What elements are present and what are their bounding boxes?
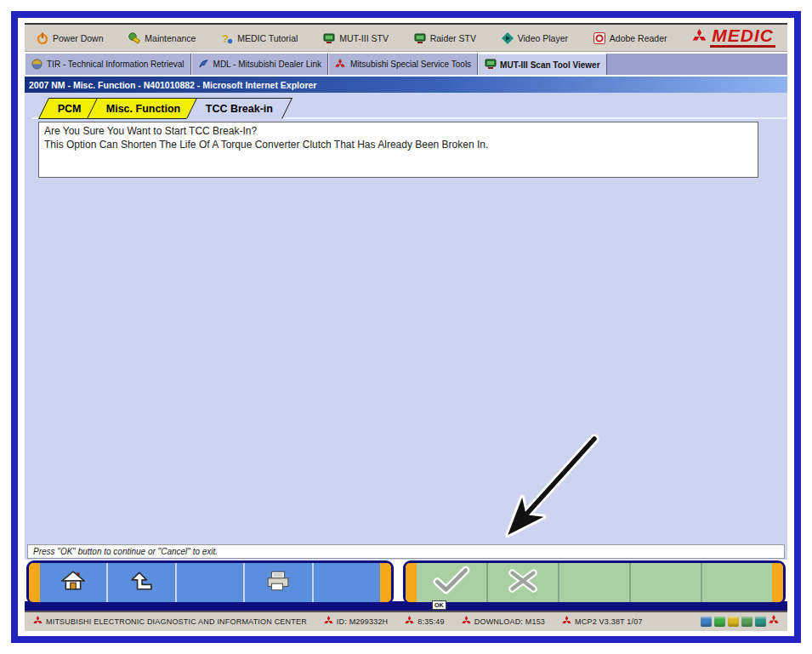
medic-window: Power Down Maintenance ? MEDIC Tutorial …	[11, 11, 801, 643]
status-id-label: ID: M299332H	[337, 617, 388, 626]
tray-mitsubishi-icon[interactable]	[769, 614, 779, 629]
ok-button[interactable]: OK	[417, 563, 486, 602]
mitsubishi-icon	[462, 616, 471, 628]
bottom-toolbar-row: OK	[25, 560, 787, 611]
mitsubishi-icon	[335, 59, 347, 71]
window-title: 2007 NM - Misc. Function - N401010882 - …	[29, 80, 316, 90]
status-version-label: MCP2 V3.38T 1/07	[575, 617, 643, 626]
nav-toolbar-right-cap	[380, 563, 391, 602]
mitsubishi-icon	[405, 616, 414, 628]
tab-mdl[interactable]: MDL - Mitsubishi Dealer Link	[191, 54, 328, 75]
home-button[interactable]	[40, 563, 106, 602]
raider-stv-label: Raider STV	[430, 33, 476, 43]
adobe-reader-label: Adobe Reader	[610, 33, 667, 43]
home-icon	[61, 571, 85, 594]
status-download-label: DOWNLOAD: M153	[474, 617, 545, 626]
maintenance-icon	[128, 32, 140, 44]
cancel-button[interactable]	[486, 563, 558, 602]
power-down-label: Power Down	[53, 33, 104, 43]
annotation-arrow	[467, 426, 620, 554]
crumb-misc-function-label: Misc. Function	[93, 103, 195, 115]
adobe-reader-icon	[593, 32, 605, 44]
tray-display-icon[interactable]	[755, 617, 766, 627]
tray-device-icon[interactable]	[701, 617, 712, 627]
x-icon	[505, 567, 541, 598]
action-toolbar: OK	[403, 560, 786, 605]
status-version: MCP2 V3.38T 1/07	[562, 616, 643, 628]
launcher-toolbar: Power Down Maintenance ? MEDIC Tutorial …	[25, 23, 787, 52]
maintenance-label: Maintenance	[145, 33, 196, 43]
status-center-name: MITSUBISHI ELECTRONIC DIAGNOSTIC AND INF…	[33, 616, 307, 628]
mitsubishi-icon	[562, 616, 571, 628]
nav-blank-cell-2	[312, 563, 380, 602]
medic-logo: MEDIC	[692, 28, 775, 48]
status-center-name-label: MITSUBISHI ELECTRONIC DIAGNOSTIC AND INF…	[46, 617, 307, 626]
tray-key-icon[interactable]	[728, 617, 739, 627]
svg-text:?: ?	[222, 32, 229, 44]
mdl-dealer-link-icon	[198, 59, 210, 71]
video-player-button[interactable]: Video Player	[502, 32, 568, 44]
status-message: Press "OK" button to continue or "Cancel…	[33, 547, 218, 556]
tab-tir-label: TIR - Technical Information Retrieval	[47, 60, 185, 69]
tab-sst-label: Mitsubishi Special Service Tools	[350, 60, 471, 69]
printer-icon	[266, 571, 290, 594]
power-icon	[37, 32, 48, 44]
tray-package-icon[interactable]	[741, 617, 752, 627]
status-download: DOWNLOAD: M153	[462, 616, 545, 628]
mut3-stv-label: MUT-III STV	[339, 33, 389, 43]
message-line-2: This Option Can Shorten The Life Of A To…	[44, 138, 752, 151]
app-tab-strip: TIR - Technical Information Retrieval MD…	[25, 54, 787, 75]
action-toolbar-left-cap	[406, 563, 417, 602]
medic-tutorial-label: MEDIC Tutorial	[237, 33, 298, 43]
system-tray	[701, 614, 779, 629]
action-blank-cell-2	[629, 563, 701, 602]
tir-globe-icon	[31, 59, 43, 71]
status-message-box: Press "OK" button to continue or "Cancel…	[27, 544, 785, 559]
crumb-misc-function[interactable]: Misc. Function	[87, 98, 201, 119]
confirmation-message-box: Are You Sure You Want to Start TCC Break…	[38, 122, 758, 178]
navigation-toolbar	[26, 560, 394, 605]
window-title-bar: 2007 NM - Misc. Function - N401010882 - …	[25, 77, 787, 93]
content-area: PCM Misc. Function TCC Break-in Are You …	[25, 93, 787, 560]
scan-tool-icon	[323, 32, 335, 44]
message-line-1: Are You Sure You Want to Start TCC Break…	[44, 124, 752, 138]
tab-tir[interactable]: TIR - Technical Information Retrieval	[25, 54, 191, 75]
crumb-tcc-break-in-label: TCC Break-in	[192, 103, 287, 115]
breadcrumb: PCM Misc. Function TCC Break-in	[31, 98, 787, 119]
mut3-stv-button[interactable]: MUT-III STV	[323, 32, 389, 44]
status-bar: MITSUBISHI ELECTRONIC DIAGNOSTIC AND INF…	[25, 611, 787, 631]
tab-mut3-label: MUT-III Scan Tool Viewer	[500, 60, 599, 70]
raider-stv-button[interactable]: Raider STV	[414, 32, 476, 44]
brand-wordmark: MEDIC	[710, 28, 775, 48]
power-down-button[interactable]: Power Down	[37, 32, 104, 44]
nav-toolbar-left-cap	[29, 563, 40, 602]
status-time: 8:35:49	[405, 616, 444, 628]
ok-tooltip: OK	[432, 600, 446, 610]
mitsubishi-icon	[692, 29, 707, 48]
mitsubishi-icon	[324, 616, 333, 628]
tab-mut3-scan-tool-viewer[interactable]: MUT-III Scan Tool Viewer	[478, 54, 606, 75]
adobe-reader-button[interactable]: Adobe Reader	[593, 32, 667, 44]
action-blank-cell-3	[701, 563, 772, 602]
scan-tool-icon	[485, 59, 497, 71]
video-player-label: Video Player	[518, 33, 568, 43]
action-blank-cell-1	[558, 563, 629, 602]
crumb-pcm-label: PCM	[44, 103, 95, 115]
up-level-button[interactable]	[106, 563, 174, 602]
mitsubishi-icon	[33, 616, 43, 628]
medic-tutorial-button[interactable]: ? MEDIC Tutorial	[221, 32, 298, 44]
status-id: ID: M299332H	[324, 616, 388, 628]
video-player-icon	[502, 32, 514, 44]
action-toolbar-right-cap	[772, 563, 783, 602]
check-icon	[432, 566, 471, 600]
tray-sync-icon[interactable]	[714, 617, 725, 627]
tab-sst[interactable]: Mitsubishi Special Service Tools	[328, 54, 478, 75]
tutorial-help-icon: ?	[221, 32, 233, 44]
status-time-label: 8:35:49	[417, 617, 444, 626]
up-arrow-icon	[131, 572, 153, 594]
print-button[interactable]	[243, 563, 311, 602]
crumb-tcc-break-in: TCC Break-in	[186, 98, 292, 119]
maintenance-button[interactable]: Maintenance	[128, 32, 196, 44]
tab-mdl-label: MDL - Mitsubishi Dealer Link	[213, 60, 321, 69]
nav-blank-cell-1	[175, 563, 243, 602]
